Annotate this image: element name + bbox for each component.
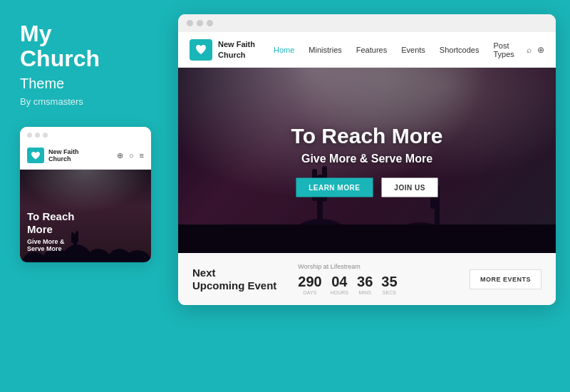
nav-cart-icon[interactable]: ⊕ [537, 45, 544, 55]
mobile-preview: New FaithChurch ⊕ ○ ≡ [20, 127, 151, 262]
secs-value: 35 [381, 274, 397, 289]
mins-label: MINS [357, 290, 373, 295]
days-value: 290 [298, 274, 321, 289]
worship-label: Worship at Lifestream [298, 263, 455, 270]
right-panel: New Faith Church Home Ministries Feature… [171, 0, 570, 392]
countdown-row: 290 DAYS 04 HOURS 36 MINS 35 SECS [298, 274, 455, 295]
countdown-days: 290 DAYS [298, 274, 321, 295]
hero-subtitle: Give More & Serve More [197, 153, 537, 165]
hero-content: To Reach More Give More & Serve More LEA… [197, 124, 537, 197]
secs-label: SECS [381, 290, 397, 295]
mobile-menu-icon: ≡ [140, 151, 144, 160]
mobile-dot-1 [27, 133, 32, 138]
mins-value: 36 [357, 274, 373, 289]
hero-buttons: LEARN MORE JOIN US [197, 178, 537, 197]
mobile-dot-2 [35, 133, 40, 138]
site-logo-icon [190, 39, 212, 61]
mobile-hero-sub: Give More &Serve More [27, 238, 144, 252]
site-hero: To Reach More Give More & Serve More LEA… [178, 68, 556, 253]
site-logo-text: New Faith Church [218, 39, 255, 60]
hours-label: HOURS [331, 290, 348, 295]
mobile-icons: ⊕ ○ ≡ [117, 151, 144, 160]
learn-more-button[interactable]: LEARN MORE [296, 178, 373, 197]
mobile-dot-3 [43, 133, 48, 138]
left-panel: MyChurch Theme By cmsmasters New FaithCh… [0, 0, 171, 392]
nav-shortcodes[interactable]: Shortcodes [432, 32, 487, 68]
site-nav-links: Home Ministries Features Events Shortcod… [266, 32, 527, 68]
mobile-logo-area: New FaithChurch [27, 148, 79, 163]
hours-value: 04 [331, 274, 348, 289]
more-events-button[interactable]: MORE EVENTS [470, 269, 542, 289]
countdown-secs: 35 SECS [381, 274, 397, 295]
days-label: DAYS [298, 290, 321, 295]
countdown-mins: 36 MINS [357, 274, 373, 295]
nav-home[interactable]: Home [266, 32, 301, 68]
countdown-hours: 04 HOURS [331, 274, 348, 295]
nav-events[interactable]: Events [394, 32, 432, 68]
mobile-top-bar [20, 127, 151, 142]
mobile-hero-content: To ReachMore Give More &Serve More [27, 210, 144, 252]
mobile-hero-title: To ReachMore [27, 210, 144, 236]
mobile-logo-icon [27, 148, 44, 163]
site-bottom-strip: NextUpcoming Event Worship at Lifestream… [178, 253, 556, 305]
mobile-logo-text: New FaithChurch [48, 148, 79, 164]
hero-title: To Reach More [197, 124, 537, 148]
nav-search-icon[interactable]: ⌕ [527, 45, 532, 55]
theme-author: By cmsmasters [20, 96, 151, 107]
next-event-label: NextUpcoming Event [192, 267, 276, 292]
mobile-hero: To ReachMore Give More &Serve More [20, 170, 151, 262]
nav-ministries[interactable]: Ministries [301, 32, 348, 68]
nav-features[interactable]: Features [349, 32, 394, 68]
browser-dot-yellow [197, 20, 203, 26]
browser-top-bar [178, 14, 556, 32]
join-us-button[interactable]: JOIN US [381, 178, 438, 197]
browser-dot-green [207, 20, 213, 26]
site-logo-area: New Faith Church [190, 39, 255, 61]
site-nav: New Faith Church Home Ministries Feature… [178, 32, 556, 68]
theme-subtitle: Theme [20, 76, 151, 92]
nav-post-types[interactable]: Post Types [486, 32, 527, 68]
worship-section: Worship at Lifestream 290 DAYS 04 HOURS … [298, 263, 455, 295]
nav-icons: ⌕ ⊕ [527, 45, 544, 55]
mobile-cart-icon: ⊕ [117, 151, 123, 160]
theme-title: MyChurch [20, 21, 151, 71]
mobile-search-icon: ○ [129, 151, 134, 160]
mobile-nav: New FaithChurch ⊕ ○ ≡ [20, 142, 151, 170]
browser-window: New Faith Church Home Ministries Feature… [178, 14, 556, 305]
browser-dot-red [187, 20, 193, 26]
